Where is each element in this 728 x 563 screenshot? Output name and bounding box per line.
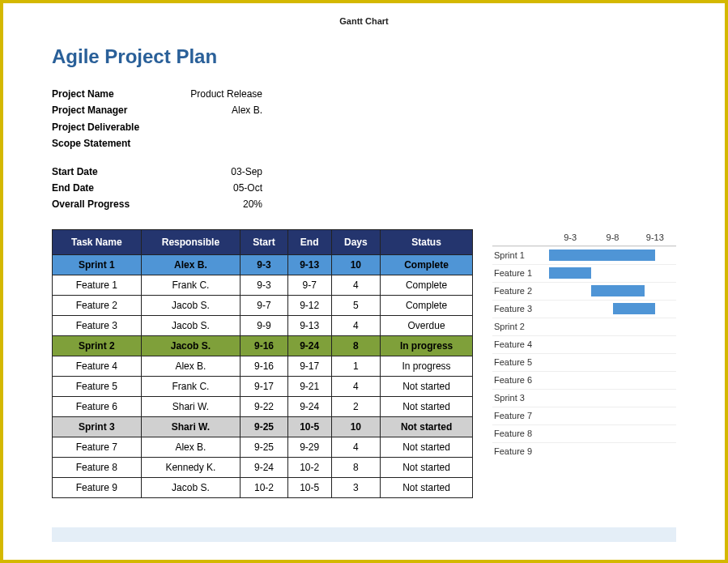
gantt-row: Feature 1 — [492, 264, 676, 282]
cell-days: 4 — [331, 437, 381, 457]
cell-resp: Frank C. — [141, 376, 241, 396]
cell-status: In progress — [381, 335, 473, 356]
cell-end: 9-12 — [287, 295, 331, 315]
cell-days: 8 — [331, 335, 381, 356]
cell-resp: Jacob S. — [141, 335, 241, 356]
cell-end: 9-21 — [287, 376, 331, 396]
gantt-bar — [549, 250, 655, 261]
cell-status: Complete — [381, 295, 473, 315]
cell-status: Complete — [381, 275, 473, 295]
cell-status: Overdue — [381, 315, 473, 335]
project-name-label: Project Name — [52, 86, 165, 102]
cell-days: 10 — [331, 254, 381, 275]
table-row: Feature 8Kennedy K.9-2410-28Not started — [53, 457, 473, 477]
table-row: Feature 2Jacob S.9-79-125Complete — [53, 295, 473, 315]
cell-resp: Jacob S. — [141, 315, 241, 335]
cell-status: Not started — [381, 457, 473, 477]
scope-statement-value — [165, 135, 262, 151]
cell-task: Feature 1 — [53, 275, 142, 295]
gantt-body: Sprint 1Feature 1Feature 2Feature 3Sprin… — [492, 246, 676, 460]
table-row: Feature 7Alex B.9-259-294Not started — [53, 437, 473, 457]
cell-days: 10 — [331, 416, 381, 437]
gantt-bars — [549, 446, 676, 457]
gantt-bars — [549, 392, 676, 403]
gantt-row-label: Feature 5 — [492, 357, 549, 367]
table-row: Sprint 3Shari W.9-2510-510Not started — [53, 416, 473, 437]
cell-start: 9-16 — [241, 335, 288, 356]
cell-end: 9-24 — [287, 335, 331, 356]
table-row: Feature 6Shari W.9-229-242Not started — [53, 396, 473, 416]
table-row: Feature 4Alex B.9-169-171In progress — [53, 356, 473, 376]
gantt-row: Feature 7 — [492, 407, 676, 424]
cell-days: 5 — [331, 295, 381, 315]
gantt-row-label: Feature 9 — [492, 446, 549, 456]
cell-task: Feature 3 — [53, 315, 142, 335]
table-row: Sprint 1Alex B.9-39-1310Complete — [53, 254, 473, 275]
gantt-row-label: Sprint 3 — [492, 393, 549, 403]
cell-status: In progress — [381, 356, 473, 376]
cell-task: Feature 2 — [53, 295, 142, 315]
cell-task: Feature 7 — [53, 437, 142, 457]
page-container: Gantt Chart Agile Project Plan Project N… — [0, 0, 728, 563]
end-date-label: End Date — [52, 180, 165, 196]
task-table-body: Sprint 1Alex B.9-39-1310CompleteFeature … — [53, 254, 473, 497]
table-row: Feature 5Frank C.9-179-214Not started — [53, 376, 473, 396]
gantt-bars — [549, 321, 676, 332]
cell-status: Not started — [381, 416, 473, 437]
cell-resp: Jacob S. — [141, 295, 241, 315]
cell-start: 10-2 — [241, 477, 288, 497]
gantt-tick: 9-13 — [634, 229, 676, 245]
cell-status: Not started — [381, 477, 473, 497]
cell-days: 3 — [331, 477, 381, 497]
start-date-value: 03-Sep — [165, 164, 262, 180]
gantt-row: Feature 9 — [492, 442, 676, 460]
cell-task: Sprint 3 — [53, 416, 142, 437]
gantt-header: 9-3 9-8 9-13 — [492, 229, 676, 246]
gantt-row: Sprint 3 — [492, 389, 676, 407]
gantt-bars — [549, 356, 676, 368]
gantt-row: Sprint 2 — [492, 318, 676, 335]
cell-task: Feature 4 — [53, 356, 142, 376]
overall-progress-value: 20% — [165, 196, 262, 212]
cell-start: 9-9 — [241, 315, 288, 335]
cell-start: 9-25 — [241, 416, 288, 437]
gantt-bars — [549, 285, 676, 296]
cell-end: 9-7 — [287, 275, 331, 295]
cell-task: Feature 6 — [53, 396, 142, 416]
col-status: Status — [381, 229, 473, 254]
col-end: End — [287, 229, 331, 254]
gantt-row-label: Feature 3 — [492, 304, 549, 313]
project-manager-value: Alex B. — [165, 102, 262, 118]
cell-status: Not started — [381, 396, 473, 416]
gantt-tick: 9-3 — [549, 229, 591, 245]
cell-resp: Shari W. — [141, 396, 241, 416]
overall-progress-label: Overall Progress — [52, 196, 165, 212]
cell-task: Feature 8 — [53, 457, 142, 477]
cell-resp: Alex B. — [141, 437, 241, 457]
cell-task: Feature 5 — [53, 376, 142, 396]
doc-title: Gantt Chart — [52, 16, 676, 26]
cell-status: Complete — [381, 254, 473, 275]
cell-end: 10-5 — [287, 477, 331, 497]
cell-end: 9-13 — [287, 254, 331, 275]
gantt-row-label: Feature 2 — [492, 286, 549, 296]
cell-task: Sprint 2 — [53, 335, 142, 356]
start-date-label: Start Date — [52, 164, 165, 180]
cell-resp: Frank C. — [141, 275, 241, 295]
gantt-row-label: Feature 8 — [492, 429, 549, 438]
gantt-bars — [549, 428, 676, 439]
gantt-bars — [549, 267, 676, 279]
col-responsible: Responsible — [141, 229, 241, 254]
cell-end: 9-24 — [287, 396, 331, 416]
gantt-row-label: Feature 7 — [492, 411, 549, 420]
project-dates: Start Date 03-Sep End Date 05-Oct Overal… — [52, 164, 676, 213]
cell-resp: Jacob S. — [141, 477, 241, 497]
cell-start: 9-24 — [241, 457, 288, 477]
cell-end: 9-29 — [287, 437, 331, 457]
col-task-name: Task Name — [53, 229, 142, 254]
cell-start: 9-17 — [241, 376, 288, 396]
gantt-row-label: Feature 6 — [492, 375, 549, 385]
gantt-bars — [549, 374, 676, 386]
task-table: Task Name Responsible Start End Days Sta… — [52, 229, 473, 498]
cell-days: 2 — [331, 396, 381, 416]
